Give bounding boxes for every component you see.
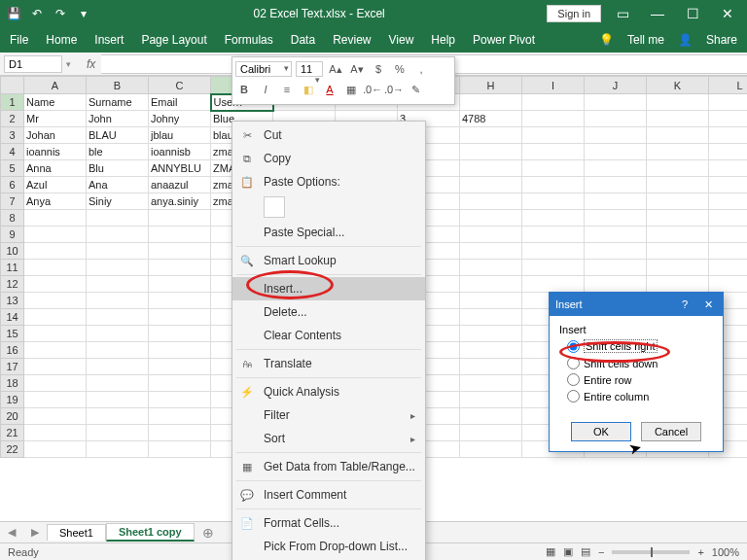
cell[interactable] — [585, 276, 647, 293]
row-header-6[interactable]: 6 — [1, 177, 24, 193]
ctx-translate[interactable]: 🗛Translate — [232, 352, 425, 375]
cell[interactable] — [87, 276, 149, 293]
cell[interactable] — [460, 193, 522, 210]
cell[interactable] — [522, 160, 585, 177]
col-header-L[interactable]: L — [709, 77, 748, 94]
maximize-icon[interactable]: ☐ — [679, 6, 706, 21]
col-header-C[interactable]: C — [149, 77, 211, 94]
sheet-tab-2[interactable]: Sheet1 copy — [106, 523, 195, 542]
row-header-9[interactable]: 9 — [1, 227, 24, 243]
cell[interactable] — [24, 276, 87, 293]
cell[interactable]: ioannisb — [149, 144, 211, 160]
cell[interactable] — [87, 293, 149, 309]
zoom-out-icon[interactable]: − — [598, 546, 604, 558]
cell[interactable] — [585, 94, 647, 111]
row-header-15[interactable]: 15 — [1, 326, 24, 342]
cell[interactable] — [460, 177, 522, 193]
cell[interactable] — [460, 243, 522, 260]
cell[interactable] — [522, 260, 585, 276]
cell[interactable] — [709, 177, 748, 193]
row-header-1[interactable]: 1 — [1, 94, 24, 111]
cell[interactable] — [460, 441, 522, 458]
cell[interactable] — [709, 111, 748, 127]
cell[interactable] — [149, 408, 211, 425]
sheet-tab-1[interactable]: Sheet1 — [47, 524, 106, 541]
cell[interactable] — [149, 227, 211, 243]
cell[interactable] — [585, 111, 647, 127]
tab-insert[interactable]: Insert — [94, 33, 124, 47]
cell[interactable] — [709, 144, 748, 160]
cell[interactable] — [87, 408, 149, 425]
radio-entire-col-input[interactable] — [567, 390, 580, 402]
name-box[interactable]: D1 — [4, 55, 62, 73]
cell[interactable]: Johny — [149, 111, 211, 127]
cell[interactable]: Mr — [24, 111, 87, 127]
cell[interactable] — [24, 359, 87, 375]
tab-page-layout[interactable]: Page Layout — [141, 33, 206, 47]
tab-review[interactable]: Review — [333, 33, 371, 47]
radio-shift-right[interactable]: Shift cells right — [567, 339, 713, 353]
cell[interactable]: Siniy — [87, 193, 149, 210]
cell[interactable] — [709, 227, 748, 243]
ribbon-options-icon[interactable]: ▭ — [609, 6, 636, 21]
row-header-5[interactable]: 5 — [1, 160, 24, 177]
tab-formulas[interactable]: Formulas — [225, 33, 273, 47]
cell[interactable] — [647, 227, 709, 243]
row-header-20[interactable]: 20 — [1, 408, 24, 425]
cell[interactable] — [522, 94, 585, 111]
select-all-corner[interactable] — [1, 77, 24, 94]
cell[interactable] — [24, 342, 87, 359]
cell[interactable]: BLAU — [87, 127, 149, 144]
cell[interactable] — [522, 243, 585, 260]
cell[interactable] — [647, 276, 709, 293]
cell[interactable]: ioannis — [24, 144, 87, 160]
cell[interactable] — [522, 144, 585, 160]
cell[interactable] — [460, 375, 522, 392]
dialog-titlebar[interactable]: Insert ? ✕ — [550, 293, 723, 316]
ok-button[interactable]: OK — [571, 422, 631, 441]
cell[interactable]: Azul — [24, 177, 87, 193]
cell[interactable] — [149, 375, 211, 392]
col-header-I[interactable]: I — [522, 77, 585, 94]
increase-decimal-icon[interactable]: .0← — [364, 81, 381, 98]
cell[interactable] — [24, 326, 87, 342]
ctx-smart-lookup[interactable]: 🔍Smart Lookup — [232, 249, 425, 272]
row-header-3[interactable]: 3 — [1, 127, 24, 144]
col-header-K[interactable]: K — [647, 77, 709, 94]
cell[interactable]: jblau — [149, 127, 211, 144]
row-header-11[interactable]: 11 — [1, 260, 24, 276]
cell[interactable] — [149, 425, 211, 441]
zoom-slider[interactable] — [612, 550, 690, 554]
cell[interactable] — [460, 392, 522, 408]
cell[interactable] — [522, 210, 585, 227]
cell[interactable] — [460, 227, 522, 243]
ctx-quick-analysis[interactable]: ⚡Quick Analysis — [232, 380, 425, 403]
cell[interactable] — [460, 359, 522, 375]
cell[interactable] — [460, 309, 522, 326]
cell[interactable] — [709, 243, 748, 260]
cell[interactable] — [522, 111, 585, 127]
minimize-icon[interactable]: — — [644, 6, 671, 21]
cell[interactable] — [24, 293, 87, 309]
cell[interactable] — [24, 441, 87, 458]
dialog-help-icon[interactable]: ? — [676, 298, 694, 311]
col-header-B[interactable]: B — [87, 77, 149, 94]
cell[interactable] — [585, 260, 647, 276]
cell[interactable] — [585, 177, 647, 193]
border-icon[interactable]: ▦ — [342, 81, 360, 98]
ctx-filter[interactable]: Filter▸ — [232, 403, 425, 427]
view-break-icon[interactable]: ▤ — [581, 545, 590, 558]
ctx-clear[interactable]: Clear Contents — [232, 324, 425, 347]
cell[interactable] — [87, 342, 149, 359]
cell[interactable] — [87, 375, 149, 392]
cell[interactable] — [585, 227, 647, 243]
font-size-select[interactable]: 11 — [296, 61, 323, 77]
cell[interactable] — [24, 408, 87, 425]
cell[interactable] — [522, 127, 585, 144]
cell[interactable] — [460, 293, 522, 309]
cell[interactable] — [585, 243, 647, 260]
close-icon[interactable]: ✕ — [714, 6, 741, 21]
cell[interactable] — [709, 276, 748, 293]
dialog-close-icon[interactable]: ✕ — [699, 298, 717, 311]
cell[interactable] — [149, 359, 211, 375]
